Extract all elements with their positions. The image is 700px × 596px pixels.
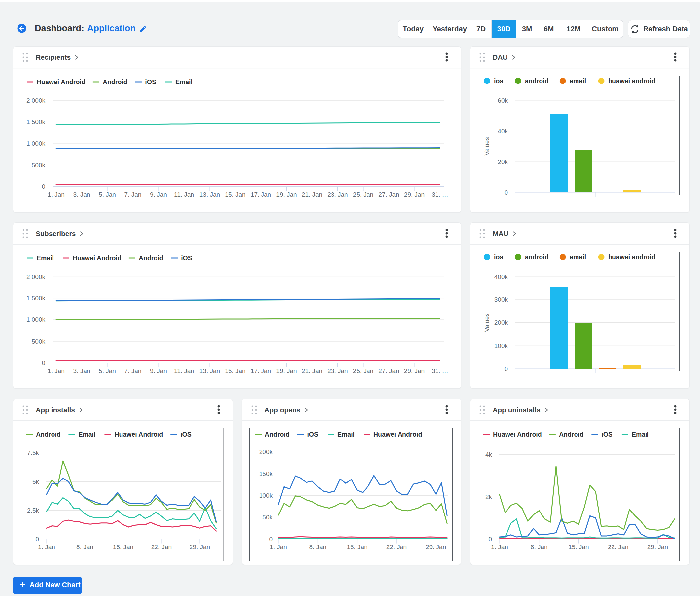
svg-text:29. Jan: 29. Jan	[404, 367, 425, 374]
svg-text:8. Jan: 8. Jan	[531, 544, 548, 550]
svg-text:21. Jan: 21. Jan	[302, 191, 322, 198]
svg-text:7. Jan: 7. Jan	[124, 191, 142, 198]
svg-text:Values: Values	[483, 137, 490, 156]
svg-text:Email: Email	[175, 78, 193, 85]
svg-text:15. Jan: 15. Jan	[225, 367, 245, 374]
svg-text:20k: 20k	[498, 158, 508, 165]
svg-text:1. Jan: 1. Jan	[38, 544, 55, 550]
svg-text:100k: 100k	[494, 342, 508, 349]
svg-text:29. Jan: 29. Jan	[426, 544, 446, 550]
svg-text:17. Jan: 17. Jan	[251, 367, 271, 374]
svg-text:1. Jan: 1. Jan	[48, 367, 65, 374]
svg-text:0: 0	[42, 359, 45, 366]
svg-text:50k: 50k	[262, 514, 273, 521]
svg-text:15. Jan: 15. Jan	[113, 544, 133, 550]
svg-text:Email: Email	[78, 431, 95, 438]
svg-text:iOS: iOS	[601, 431, 612, 438]
svg-text:27. Jan: 27. Jan	[378, 191, 399, 198]
svg-text:Email: Email	[632, 431, 649, 438]
svg-text:5. Jan: 5. Jan	[99, 367, 116, 374]
svg-text:25. Jan: 25. Jan	[353, 191, 373, 198]
svg-text:email: email	[570, 254, 586, 261]
svg-text:Huawei Android: Huawei Android	[493, 431, 542, 438]
svg-text:Android: Android	[36, 431, 61, 438]
svg-text:150k: 150k	[259, 470, 273, 477]
svg-text:15. Jan: 15. Jan	[568, 544, 589, 550]
svg-text:8. Jan: 8. Jan	[309, 544, 326, 550]
svg-text:8. Jan: 8. Jan	[76, 544, 94, 550]
svg-text:Android: Android	[139, 254, 164, 262]
svg-text:40k: 40k	[498, 128, 508, 135]
svg-text:3. Jan: 3. Jan	[73, 367, 91, 374]
svg-text:13. Jan: 13. Jan	[199, 367, 220, 374]
svg-text:21. Jan: 21. Jan	[302, 367, 322, 374]
svg-text:Huawei Android: Huawei Android	[114, 431, 163, 438]
svg-text:25. Jan: 25. Jan	[353, 367, 373, 374]
svg-text:9. Jan: 9. Jan	[150, 191, 167, 198]
svg-text:ios: ios	[494, 254, 503, 261]
svg-text:15. Jan: 15. Jan	[347, 544, 367, 550]
svg-text:31. …: 31. …	[431, 367, 448, 374]
svg-text:29. Jan: 29. Jan	[404, 191, 425, 198]
svg-text:19. Jan: 19. Jan	[276, 191, 297, 198]
svg-text:29. Jan: 29. Jan	[190, 544, 210, 550]
svg-text:Email: Email	[36, 254, 54, 262]
svg-text:email: email	[570, 77, 586, 84]
svg-text:13. Jan: 13. Jan	[199, 191, 220, 198]
svg-text:Huawei Android: Huawei Android	[373, 431, 422, 438]
svg-text:200k: 200k	[259, 448, 273, 456]
svg-text:11. Jan: 11. Jan	[174, 367, 194, 374]
svg-text:0: 0	[35, 536, 39, 543]
svg-text:0: 0	[504, 365, 508, 372]
svg-text:huawei android: huawei android	[608, 77, 655, 84]
svg-text:Values: Values	[483, 313, 490, 332]
svg-text:1 000k: 1 000k	[26, 316, 46, 323]
svg-text:100k: 100k	[259, 492, 273, 499]
svg-text:1. Jan: 1. Jan	[491, 544, 508, 550]
svg-text:7.5k: 7.5k	[27, 449, 39, 457]
svg-text:2 000k: 2 000k	[26, 97, 46, 104]
svg-text:2k: 2k	[485, 493, 492, 500]
svg-text:Huawei Android: Huawei Android	[73, 254, 122, 262]
svg-text:500k: 500k	[32, 338, 46, 345]
svg-text:23. Jan: 23. Jan	[327, 367, 348, 374]
svg-text:3. Jan: 3. Jan	[73, 191, 91, 198]
svg-text:1 000k: 1 000k	[26, 140, 46, 147]
svg-text:15. Jan: 15. Jan	[225, 191, 245, 198]
svg-text:Android: Android	[559, 431, 584, 438]
svg-text:1 500k: 1 500k	[26, 295, 46, 302]
svg-text:0: 0	[269, 536, 273, 543]
svg-text:23. Jan: 23. Jan	[327, 191, 348, 198]
svg-text:Email: Email	[338, 431, 355, 438]
svg-text:22. Jan: 22. Jan	[608, 544, 628, 550]
svg-text:200k: 200k	[494, 319, 508, 326]
svg-text:iOS: iOS	[180, 431, 192, 438]
svg-text:22. Jan: 22. Jan	[386, 544, 407, 550]
svg-text:31. …: 31. …	[431, 191, 448, 198]
svg-text:5. Jan: 5. Jan	[99, 191, 116, 198]
svg-text:500k: 500k	[32, 162, 46, 169]
svg-text:27. Jan: 27. Jan	[378, 367, 399, 374]
svg-text:11. Jan: 11. Jan	[174, 191, 194, 198]
svg-text:1. Jan: 1. Jan	[48, 191, 65, 198]
svg-text:0: 0	[504, 189, 508, 196]
svg-text:iOS: iOS	[145, 78, 156, 85]
svg-text:0: 0	[489, 536, 492, 543]
svg-text:huawei android: huawei android	[608, 254, 655, 261]
svg-text:19. Jan: 19. Jan	[276, 367, 297, 374]
svg-text:4k: 4k	[485, 451, 492, 458]
svg-text:android: android	[525, 254, 549, 261]
svg-text:Android: Android	[103, 78, 127, 85]
svg-text:9. Jan: 9. Jan	[150, 367, 167, 374]
svg-text:ios: ios	[494, 77, 503, 84]
svg-text:2 000k: 2 000k	[26, 273, 46, 280]
svg-text:17. Jan: 17. Jan	[251, 191, 271, 198]
svg-text:1 500k: 1 500k	[26, 119, 46, 125]
svg-text:1. Jan: 1. Jan	[270, 544, 287, 550]
svg-text:android: android	[525, 77, 549, 84]
svg-text:60k: 60k	[498, 97, 508, 104]
svg-text:22. Jan: 22. Jan	[151, 544, 172, 550]
svg-text:300k: 300k	[494, 296, 508, 303]
svg-text:2.5k: 2.5k	[27, 507, 39, 514]
svg-text:Android: Android	[265, 431, 290, 438]
